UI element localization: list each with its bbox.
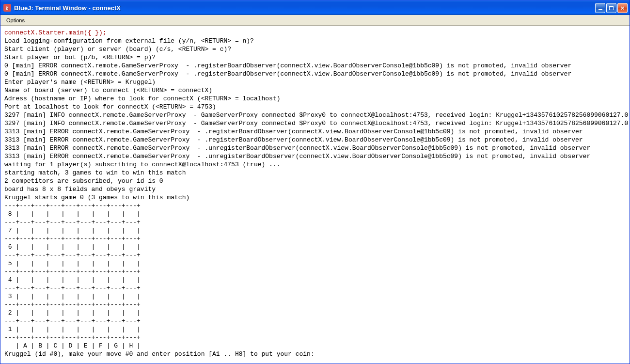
terminal-line: 3297 [main] INFO connectX.remote.GameSer… xyxy=(4,119,626,127)
terminal-line: Adress (hostname or IP) where to look fo… xyxy=(4,95,626,103)
terminal-line: board has 8 x 8 fields and obeys gravity xyxy=(4,185,626,193)
terminal-line: 4 | | | | | | | | | xyxy=(4,276,626,284)
terminal-line: 7 | | | | | | | | | xyxy=(4,226,626,235)
terminal-line: Enter player's name (<RETURN> = Kruggel) xyxy=(4,78,626,86)
terminal-line: ---+---+---+---+---+---+---+---+---+ xyxy=(4,317,626,325)
terminal-line: 3297 [main] INFO connectX.remote.GameSer… xyxy=(4,111,626,119)
terminal-line: 3313 [main] ERROR connectX.remote.GameSe… xyxy=(4,144,626,152)
close-button[interactable]: × xyxy=(617,3,628,13)
terminal-line: waiting for 1 player(s) subscribing to c… xyxy=(4,160,626,169)
terminal-invoke-line: connectX.Starter.main({ }); xyxy=(4,29,626,37)
terminal-line: ---+---+---+---+---+---+---+---+---+ xyxy=(4,268,626,276)
terminal-line: 3 | | | | | | | | | xyxy=(4,292,626,301)
app-icon: b xyxy=(3,4,11,12)
terminal-line: ---+---+---+---+---+---+---+---+---+ xyxy=(4,235,626,243)
terminal-line: ---+---+---+---+---+---+---+---+---+ xyxy=(4,202,626,210)
terminal-line: | A | B | C | D | E | F | G | H | xyxy=(4,342,626,350)
terminal-line: Kruggel starts game 0 (3 games to win th… xyxy=(4,193,626,202)
terminal-line: 3313 [main] ERROR connectX.remote.GameSe… xyxy=(4,127,626,136)
terminal-line: 1 | | | | | | | | | xyxy=(4,325,626,333)
terminal-line: 2 | | | | | | | | | xyxy=(4,309,626,317)
terminal-line: ---+---+---+---+---+---+---+---+---+ xyxy=(4,301,626,309)
terminal-line: 5 | | | | | | | | | xyxy=(4,259,626,268)
terminal-line: 0 [main] ERROR connectX.remote.GameServe… xyxy=(4,62,626,70)
titlebar[interactable]: b BlueJ: Terminal Window - connectX × xyxy=(0,0,630,15)
terminal-line: Port at localhost to look for connectX (… xyxy=(4,103,626,111)
maximize-button[interactable] xyxy=(606,3,616,13)
terminal-line: ---+---+---+---+---+---+---+---+---+ xyxy=(4,251,626,259)
terminal-line: 0 [main] ERROR connectX.remote.GameServe… xyxy=(4,70,626,78)
terminal-line: Start client (player) or server (board) … xyxy=(4,45,626,53)
terminal-line: 3313 [main] ERROR connectX.remote.GameSe… xyxy=(4,152,626,160)
minimize-button[interactable] xyxy=(595,3,605,13)
terminal-line: Load logging-configuration from external… xyxy=(4,37,626,45)
terminal-line: ---+---+---+---+---+---+---+---+---+ xyxy=(4,284,626,292)
menu-options[interactable]: Options xyxy=(2,16,29,24)
terminal-line: 3313 [main] ERROR connectX.remote.GameSe… xyxy=(4,136,626,144)
terminal-output[interactable]: connectX.Starter.main({ });Load logging-… xyxy=(0,26,630,364)
close-icon: × xyxy=(621,5,625,11)
terminal-line: 6 | | | | | | | | | xyxy=(4,243,626,251)
window-controls: × xyxy=(595,3,628,13)
window-title: BlueJ: Terminal Window - connectX xyxy=(14,4,595,12)
terminal-line: Kruggel (id #0), make your move #0 and e… xyxy=(4,350,626,358)
terminal-line: 8 | | | | | | | | | xyxy=(4,210,626,218)
terminal-line: Start player or bot (p/b, <RETURN> = p)? xyxy=(4,53,626,62)
terminal-line: starting match, 3 games to win to win th… xyxy=(4,169,626,177)
maximize-icon xyxy=(609,6,614,10)
terminal-line: Name of board (server) to connect (<RETU… xyxy=(4,86,626,95)
window-frame: b BlueJ: Terminal Window - connectX × Op… xyxy=(0,0,630,364)
terminal-line: ---+---+---+---+---+---+---+---+---+ xyxy=(4,218,626,226)
terminal-line: ---+---+---+---+---+---+---+---+---+ xyxy=(4,333,626,342)
minimize-icon xyxy=(598,9,602,10)
terminal-line: 2 competitors are subscribed, your id is… xyxy=(4,177,626,185)
menubar: Options xyxy=(0,15,630,26)
